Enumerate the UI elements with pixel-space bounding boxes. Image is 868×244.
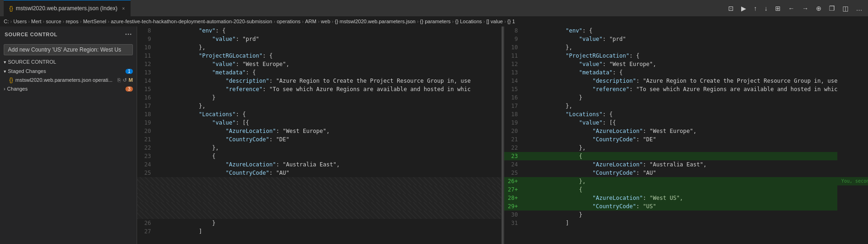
table-row: 20 "AzureLocation": "West Europe", xyxy=(504,127,868,135)
line-content: { xyxy=(523,152,838,160)
table-row: 10 }, xyxy=(137,43,501,52)
sidebar-more-btn[interactable]: ··· xyxy=(125,30,132,39)
line-content: "description": "Azure Region to Create t… xyxy=(523,77,838,85)
right-code-container[interactable]: 8 "env": {9 "value": "prd"10 },11 "Proje… xyxy=(504,26,868,244)
breadcrumb-locations[interactable]: {} Locations xyxy=(455,19,482,24)
line-number: 27+ xyxy=(504,185,523,194)
left-code-container[interactable]: 8 "env": {9 "value": "prd"10 },11 "Proje… xyxy=(137,26,501,244)
line-content: }, xyxy=(156,144,501,152)
breadcrumb-users[interactable]: Users xyxy=(13,19,27,24)
breadcrumb-repos[interactable]: repos xyxy=(66,19,79,24)
line-number: 17 xyxy=(137,102,156,110)
changes-header[interactable]: › Changes 3 xyxy=(0,84,137,93)
staged-changes-header[interactable]: ▾ Staged Changes 1 xyxy=(0,66,137,76)
line-number: 31 xyxy=(504,219,523,227)
divider-line xyxy=(502,26,503,244)
line-number xyxy=(137,211,156,219)
line-number: 11 xyxy=(137,52,156,60)
navigate-prev-btn[interactable]: ← xyxy=(786,4,796,13)
table-row: 23 { xyxy=(504,152,868,160)
breadcrumb-c[interactable]: C: xyxy=(4,19,9,24)
line-number: 15 xyxy=(504,85,523,93)
table-row: 17 }, xyxy=(504,102,868,110)
line-content: "reference": "To see which Azure Regions… xyxy=(523,85,838,93)
split-view-btn[interactable]: ◫ xyxy=(841,4,850,13)
breadcrumb-value[interactable]: [] value xyxy=(487,19,503,24)
active-tab[interactable]: {} mstswl2020.web.parameters.json (Index… xyxy=(4,0,131,16)
line-content: }, xyxy=(523,177,838,185)
line-number: 13 xyxy=(504,68,523,77)
line-content: "CountryCode": "DE" xyxy=(523,135,838,144)
line-content: "Locations": { xyxy=(156,110,501,119)
commit-message-input[interactable] xyxy=(4,44,133,55)
table-row xyxy=(137,177,501,185)
line-content: } xyxy=(523,93,838,102)
table-row: 30 } xyxy=(504,211,868,219)
breadcrumb-source[interactable]: source xyxy=(46,19,61,24)
blame-text: You, seconds ago • Uncommitted Changes xyxy=(837,177,868,185)
split-editor-btn[interactable]: ⊡ xyxy=(726,4,736,13)
line-content: "CountryCode": "DE" xyxy=(156,135,501,144)
line-number: 9 xyxy=(137,35,156,43)
toolbar-actions: ⊡ ▶ ↑ ↓ ⊞ ← → ⊕ ❐ ◫ … xyxy=(726,4,864,13)
file-revert-icon[interactable]: ↺ xyxy=(123,77,127,83)
table-row xyxy=(137,194,501,202)
run-btn[interactable]: ▶ xyxy=(739,4,748,13)
table-row: 31 ] xyxy=(504,219,868,227)
source-control-label: SOURCE CONTROL xyxy=(5,32,58,37)
file-status-badge: M xyxy=(129,77,133,83)
tab-close-btn[interactable]: × xyxy=(122,6,125,11)
line-content: "reference": "To see which Azure Regions… xyxy=(156,85,501,93)
table-row: 24 "AzureLocation": "Australia East", xyxy=(137,160,501,169)
file-copy-icon[interactable]: ⎘ xyxy=(118,77,121,83)
table-row: 17 }, xyxy=(137,102,501,110)
table-row: 28+ "AzureLocation": "West US", xyxy=(504,194,868,202)
line-content: "AzureLocation": "Australia East", xyxy=(523,160,838,169)
line-number: 24 xyxy=(137,160,156,169)
right-editor-pane: 8 "env": {9 "value": "prd"10 },11 "Proje… xyxy=(504,26,868,244)
line-number: 21 xyxy=(137,135,156,144)
left-editor-pane: 8 "env": {9 "value": "prd"10 },11 "Proje… xyxy=(137,26,501,244)
line-content: } xyxy=(156,93,501,102)
line-number: 12 xyxy=(504,60,523,68)
staged-chevron-icon: ▾ xyxy=(4,69,6,74)
json-file-icon: {} xyxy=(9,77,13,83)
line-number: 23 xyxy=(504,152,523,160)
source-control-section-header[interactable]: ▾ SOURCE CONTROL xyxy=(0,57,137,66)
breadcrumb-web[interactable]: web xyxy=(321,19,330,24)
more-actions-btn[interactable]: … xyxy=(854,4,864,13)
line-content: "metadata": { xyxy=(156,68,501,77)
tab-label: mstswl2020.web.parameters.json (Index) xyxy=(16,5,118,12)
add-btn[interactable]: ⊕ xyxy=(814,4,823,13)
wrap-btn[interactable]: ⊞ xyxy=(773,4,783,13)
table-row xyxy=(137,202,501,211)
line-content: "Locations": { xyxy=(523,110,838,119)
copy-btn[interactable]: ❐ xyxy=(827,4,837,13)
line-number: 10 xyxy=(504,43,523,52)
line-content: "metadata": { xyxy=(523,68,838,77)
line-content: { xyxy=(156,152,501,160)
line-number: 18 xyxy=(504,110,523,119)
line-content xyxy=(156,185,501,194)
changes-section: › Changes 3 xyxy=(0,84,137,93)
breadcrumb-arm[interactable]: ARM xyxy=(305,19,316,24)
table-row: 26 } xyxy=(137,219,501,227)
staged-file-item[interactable]: {} mstswl2020.web.parameters.json operat… xyxy=(0,76,137,84)
navigate-up-btn[interactable]: ↑ xyxy=(752,4,759,13)
navigate-next-btn[interactable]: → xyxy=(800,4,810,13)
table-row: 24 "AzureLocation": "Australia East", xyxy=(504,160,868,169)
table-row: 15 "reference": "To see which Azure Regi… xyxy=(137,85,501,93)
breadcrumb-mert[interactable]: Mert xyxy=(31,19,41,24)
line-content: "value": "prd" xyxy=(156,35,501,43)
line-content: "CountryCode": "AU" xyxy=(523,169,838,177)
breadcrumb-item[interactable]: {} 1 xyxy=(507,19,515,24)
breadcrumb-parameters[interactable]: {} parameters xyxy=(420,19,451,24)
breadcrumb-operations[interactable]: operations xyxy=(276,19,300,24)
breadcrumb-project[interactable]: azure-festive-tech-hackathon-deployment-… xyxy=(111,19,272,24)
navigate-down-btn[interactable]: ↓ xyxy=(763,4,769,13)
line-content: "env": { xyxy=(523,26,838,35)
breadcrumb-file[interactable]: {} mstswl2020.web.parameters.json xyxy=(335,19,415,24)
line-number: 22 xyxy=(137,144,156,152)
breadcrumb-mertsenel[interactable]: MertSenel xyxy=(83,19,106,24)
line-number: 14 xyxy=(137,77,156,85)
